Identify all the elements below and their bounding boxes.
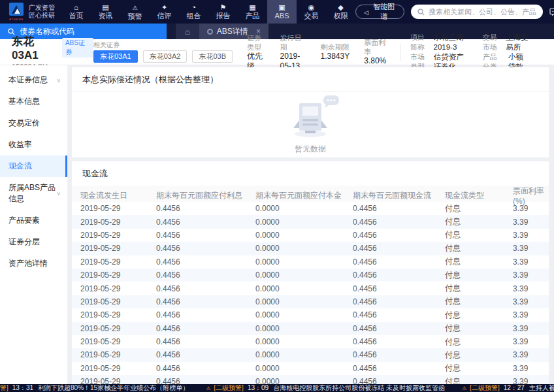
cell-cashflow: 0.4456 xyxy=(353,310,445,319)
cell-interest: 0.4456 xyxy=(156,257,255,267)
logo-text-line1: 广发资管 xyxy=(29,4,55,12)
related-securities-tabs: 东花03A1 东花03A2 东花03B xyxy=(93,50,247,63)
cell-rate: 3.39 xyxy=(513,297,549,306)
chevron-down-icon: ∨ xyxy=(56,77,61,84)
cell-rate: 3.39 xyxy=(513,350,549,359)
nav-permission[interactable]: 权限 xyxy=(326,0,355,24)
knowledge-graph-button[interactable]: 智能图谱 xyxy=(355,5,404,19)
col-header: 票面利率(%) xyxy=(513,186,549,206)
graph-icon xyxy=(364,8,368,16)
ticker-text: 主持人被拘留，2018年曾被稽查税务处理1200余万元，罚款599 xyxy=(529,384,554,392)
cell-date: 2019-05-29 xyxy=(80,297,156,306)
repayment-section: 本息实际偿还情况（根据公告整理） xyxy=(72,67,549,157)
bell-icon xyxy=(462,384,466,392)
divider xyxy=(400,44,401,61)
table-row: 2019-05-29 0.4456 0.0000 0.4456 付息 3.39 xyxy=(72,269,549,282)
repayment-title: 本息实际偿还情况（根据公告整理） xyxy=(72,67,549,92)
field-coupon-rate: 票面利率3.80% xyxy=(364,38,386,66)
cell-interest: 0.4456 xyxy=(156,270,255,280)
table-row: 2019-05-29 0.4456 0.0000 0.4456 付息 3.39 xyxy=(72,335,549,348)
sidebar-item-label: 产品要素 xyxy=(8,215,40,226)
cashflow-title: 现金流 xyxy=(72,161,549,186)
nav-item-label: 预警 xyxy=(128,12,142,21)
tab-dot-icon xyxy=(207,29,213,35)
cell-interest: 0.4456 xyxy=(156,231,255,240)
global-search-input[interactable] xyxy=(429,8,536,16)
bell-icon xyxy=(206,384,210,392)
abs-icon xyxy=(278,3,285,11)
ticker-tag: [二级预警] xyxy=(214,384,244,392)
sidebar-item-label: 所属ABS产品信息 xyxy=(8,182,56,204)
nav-item-label: 报告 xyxy=(216,12,231,20)
cell-principal: 0.0000 xyxy=(255,218,353,227)
cell-principal: 0.0000 xyxy=(255,284,353,293)
cell-cashflow: 0.4456 xyxy=(353,364,445,373)
cell-cashflow: 0.4456 xyxy=(353,377,445,384)
nav-product[interactable]: 产品 xyxy=(238,0,267,24)
cell-interest: 0.4456 xyxy=(156,350,255,359)
cashflow-section: 现金流 现金流发生日 期末每百元面额应付利息 期末每百元面额应付本金 期末每百元… xyxy=(72,161,549,384)
cell-principal: 0.0000 xyxy=(255,270,353,280)
cell-rate: 3.39 xyxy=(513,257,549,267)
side-trade-pricing[interactable]: 交易定价 ∨ xyxy=(0,112,67,134)
home-tab[interactable] xyxy=(176,24,199,39)
cell-date: 2019-05-29 xyxy=(80,377,156,384)
nav-item-label: 资讯 xyxy=(99,12,113,20)
sidebar-item-label: 收益率 xyxy=(8,139,32,150)
global-search[interactable] xyxy=(411,5,543,19)
logo-mountain-icon: ATHENA xyxy=(8,3,25,21)
report-icon xyxy=(220,3,227,11)
col-header: 期末每百元面额现金流 xyxy=(353,190,445,201)
side-basic-info[interactable]: 基本信息 ∨ xyxy=(0,91,67,112)
cell-interest: 0.4456 xyxy=(156,204,255,213)
cell-type: 付息 xyxy=(445,203,513,214)
side-group-security-info[interactable]: 本证券信息 ∨ xyxy=(0,69,67,91)
sidebar-item-label: 本证券信息 xyxy=(8,74,48,86)
side-cashflow[interactable]: 现金流 ∨ xyxy=(0,155,67,177)
permission-icon xyxy=(338,3,343,11)
nav-trade[interactable]: 交易 xyxy=(297,0,326,24)
related-tab-donghua03b[interactable]: 东花03B xyxy=(192,50,233,63)
related-securities-label: 相关证券 xyxy=(93,41,247,48)
nav-portfolio[interactable]: 组合 xyxy=(179,0,208,24)
nav-item-label: 首页 xyxy=(69,12,84,20)
side-product-elements[interactable]: 产品要素 ∨ xyxy=(0,210,67,231)
search-icon xyxy=(417,8,425,16)
cell-type: 付息 xyxy=(445,283,513,294)
cell-type: 付息 xyxy=(445,229,513,240)
side-yield[interactable]: 收益率 ∨ xyxy=(0,134,67,155)
cell-interest: 0.4456 xyxy=(156,297,255,306)
table-row: 2019-05-29 0.4456 0.0000 0.4456 付息 3.39 xyxy=(72,348,549,361)
nav-news[interactable]: 资讯 xyxy=(91,0,120,24)
cell-interest: 0.4456 xyxy=(156,324,255,333)
side-security-tranche[interactable]: 证券分层 ∨ xyxy=(0,231,67,253)
cell-type: 付息 xyxy=(445,243,513,254)
main-nav: 首页 资讯 预警 信评 组合 报告 xyxy=(61,0,355,24)
cell-rate: 3.39 xyxy=(513,377,549,384)
nav-alert[interactable]: 预警 xyxy=(120,0,150,24)
side-group-abs-product[interactable]: 所属ABS产品信息 ∨ xyxy=(0,177,67,210)
cell-interest: 0.4456 xyxy=(156,218,255,227)
related-tab-donghua03a1[interactable]: 东花03A1 xyxy=(93,50,138,63)
table-row: 2019-05-29 0.4456 0.0000 0.4456 付息 3.39 xyxy=(72,215,549,228)
related-tab-donghua03a2[interactable]: 东花03A2 xyxy=(143,50,187,63)
nav-rating[interactable]: 信评 xyxy=(150,0,179,24)
logo-text-line2: 匠心投研 xyxy=(29,12,55,20)
cell-type: 付息 xyxy=(445,336,513,348)
cell-principal: 0.0000 xyxy=(255,350,353,359)
cell-rate: 3.39 xyxy=(513,204,549,213)
nav-item-label: 组合 xyxy=(187,12,201,20)
nav-home[interactable]: 首页 xyxy=(61,0,91,24)
side-asset-pool[interactable]: 资产池详情 ∨ xyxy=(0,253,67,274)
nav-abs[interactable]: ABS xyxy=(267,0,297,24)
cell-cashflow: 0.4456 xyxy=(353,337,445,346)
nav-report[interactable]: 报告 xyxy=(208,0,238,24)
cell-date: 2019-05-29 xyxy=(80,310,156,319)
cell-cashflow: 0.4456 xyxy=(353,284,445,293)
sidebar-item-label: 基本信息 xyxy=(8,96,40,107)
message-icon[interactable] xyxy=(549,8,554,16)
col-header: 期末每百元面额应付利息 xyxy=(156,190,255,201)
cell-principal: 0.0000 xyxy=(255,204,353,213)
chevron-down-icon: ∨ xyxy=(56,190,61,197)
table-row: 2019-05-29 0.4456 0.0000 0.4456 付息 3.39 xyxy=(72,322,549,335)
